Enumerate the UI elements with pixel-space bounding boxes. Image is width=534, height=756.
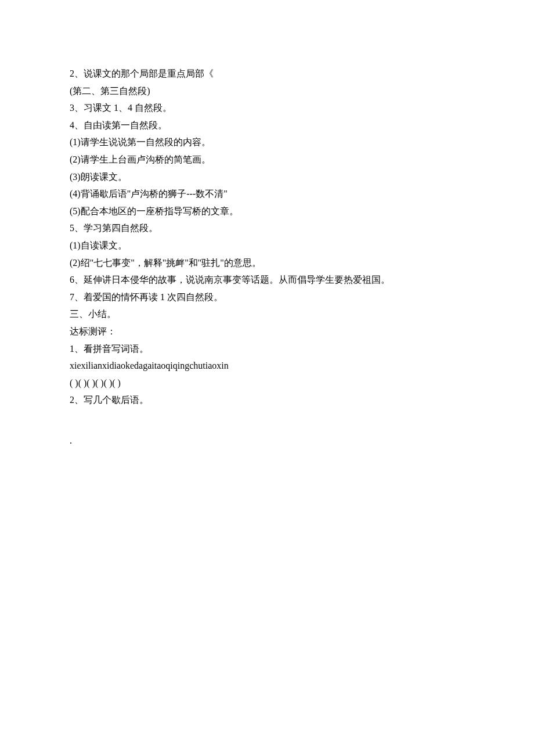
text-line: (4)背诵歇后语"卢沟桥的狮子---数不清": [70, 185, 464, 203]
text-line: 5、学习第四自然段。: [70, 219, 464, 237]
text-line: ( )( )( )( )( )( ): [70, 375, 464, 392]
text-line: (2)请学生上台画卢沟桥的简笔画。: [70, 151, 464, 168]
text-line: (第二、第三自然段): [70, 82, 464, 100]
text-line: 4、自由读第一自然段。: [70, 117, 464, 134]
text-line: 1、看拼音写词语。: [70, 340, 464, 358]
text-line: 三、小结。: [70, 305, 464, 323]
text-line: 7、着爱国的情怀再读 1 次四自然段。: [70, 289, 464, 306]
text-line: (1)自读课文。: [70, 237, 464, 254]
text-line: 3、习课文 1、4 自然段。: [70, 99, 464, 117]
text-line: xiexilianxidiaokedagaitaoqiqingchutiaoxi…: [70, 357, 464, 375]
text-line: (2)绍"七七事变"，解释"挑衅"和"驻扎"的意思。: [70, 254, 464, 272]
text-line: 2、写几个歇后语。: [70, 391, 464, 409]
text-line: (3)朗读课文。: [70, 168, 464, 186]
text-line: 达标测评：: [70, 323, 464, 340]
text-line: (1)请学生说说第一自然段的内容。: [70, 134, 464, 151]
text-dot: .: [70, 432, 464, 449]
text-line: 2、说课文的那个局部是重点局部《: [70, 65, 464, 82]
text-line: 6、延伸讲日本侵华的故事，说说南京事变等话题。从而倡导学生要热爱祖国。: [70, 271, 464, 289]
text-line: (5)配合本地区的一座桥指导写桥的文章。: [70, 203, 464, 220]
